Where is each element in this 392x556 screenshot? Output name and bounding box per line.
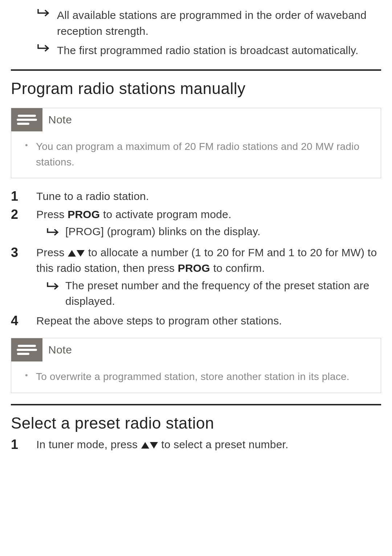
- up-down-icons: [68, 246, 85, 258]
- section-heading-program-manually: Program radio stations manually: [11, 79, 381, 98]
- section-divider: [11, 69, 381, 71]
- note-header: Note: [11, 108, 381, 131]
- result-text: [PROG] (program) blinks on the display.: [65, 224, 381, 241]
- seg: to confirm.: [210, 262, 265, 274]
- step-text: In tuner mode, press to select a preset …: [36, 437, 381, 453]
- step-number: 1: [11, 188, 36, 204]
- result-text: The preset number and the frequency of t…: [65, 278, 381, 309]
- seg: In tuner mode, press: [36, 438, 141, 450]
- step-number: 2: [11, 207, 36, 242]
- result-text: The first programmed radio station is br…: [57, 42, 381, 58]
- result-item: All available stations are programmed in…: [36, 7, 381, 39]
- prog-label: PROG: [68, 208, 100, 220]
- triangle-up-icon: [68, 250, 76, 257]
- step-1: 1 In tuner mode, press to select a prese…: [11, 437, 381, 453]
- step-number: 1: [11, 437, 36, 453]
- seg: Press: [36, 208, 68, 220]
- prog-label: PROG: [178, 262, 210, 274]
- triangle-down-icon: [150, 442, 158, 449]
- step-1: 1 Tune to a radio station.: [11, 188, 381, 204]
- note-label: Note: [42, 338, 72, 361]
- result-arrow-icon: [46, 224, 65, 241]
- note-icon: [11, 108, 42, 131]
- note-body: • To overwrite a programmed station, sto…: [11, 361, 381, 392]
- section-heading-select-preset: Select a preset radio station: [11, 414, 381, 432]
- up-down-icons: [141, 438, 158, 450]
- step-text: Tune to a radio station.: [36, 188, 381, 204]
- note-text: To overwrite a programmed station, store…: [36, 369, 350, 384]
- note-box: Note • To overwrite a programmed station…: [11, 338, 381, 393]
- note-box: Note • You can program a maximum of 20 F…: [11, 108, 381, 179]
- triangle-down-icon: [77, 250, 85, 257]
- steps-list: 1 In tuner mode, press to select a prese…: [11, 437, 381, 453]
- result-item: The first programmed radio station is br…: [36, 42, 381, 58]
- step-number: 3: [11, 245, 36, 311]
- steps-list: 1 Tune to a radio station. 2 Press PROG …: [11, 188, 381, 328]
- result-arrow-icon: [36, 7, 57, 39]
- step-2: 2 Press PROG to activate program mode. […: [11, 207, 381, 242]
- note-body: • You can program a maximum of 20 FM rad…: [11, 131, 381, 178]
- seg: to activate program mode.: [100, 208, 231, 220]
- note-bullet: • To overwrite a programmed station, sto…: [25, 369, 371, 384]
- step-result: [PROG] (program) blinks on the display.: [46, 224, 381, 241]
- bullet-dot: •: [25, 139, 36, 170]
- section-divider: [11, 404, 381, 405]
- step-text: Repeat the above steps to program other …: [36, 313, 381, 329]
- step-number: 4: [11, 313, 36, 329]
- triangle-up-icon: [141, 442, 149, 449]
- note-text: You can program a maximum of 20 FM radio…: [36, 139, 371, 170]
- step-text: Press to allocate a number (1 to 20 for …: [36, 245, 381, 311]
- seg: Press: [36, 246, 68, 258]
- note-icon: [11, 338, 42, 361]
- result-arrow-icon: [46, 278, 65, 309]
- step-result: The preset number and the frequency of t…: [46, 278, 381, 309]
- note-label: Note: [42, 108, 72, 131]
- result-text: All available stations are programmed in…: [57, 7, 381, 39]
- step-3: 3 Press to allocate a number (1 to 20 fo…: [11, 245, 381, 311]
- note-bullet: • You can program a maximum of 20 FM rad…: [25, 139, 371, 170]
- intro-results: All available stations are programmed in…: [11, 7, 381, 58]
- note-header: Note: [11, 338, 381, 361]
- step-text: Press PROG to activate program mode. [PR…: [36, 207, 381, 242]
- bullet-dot: •: [25, 369, 36, 384]
- result-arrow-icon: [36, 42, 57, 58]
- step-4: 4 Repeat the above steps to program othe…: [11, 313, 381, 329]
- seg: to select a preset number.: [158, 438, 289, 450]
